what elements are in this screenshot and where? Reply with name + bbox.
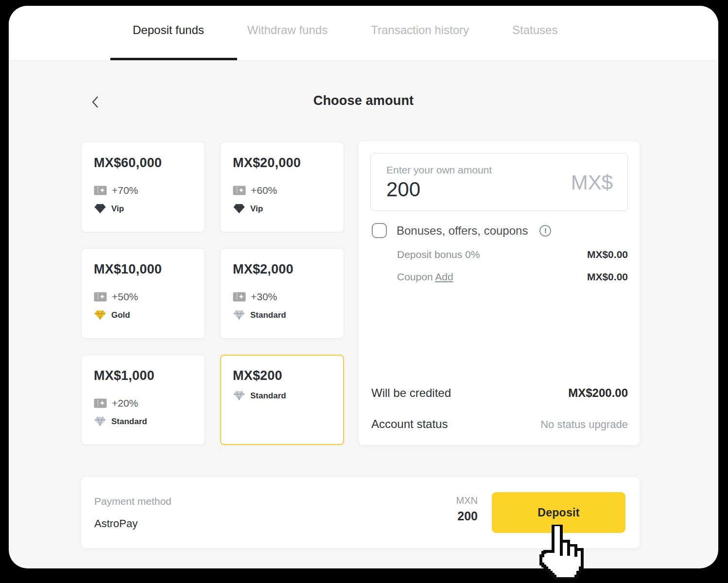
- amount-card[interactable]: MX$20,000 +60% Vip: [220, 142, 344, 232]
- card-status-label: Vip: [111, 204, 124, 214]
- coupon-label: Coupon Add: [397, 271, 453, 283]
- card-status-row: Standard: [233, 310, 334, 320]
- gem-icon: [94, 416, 106, 427]
- card-bonus-row: +20%: [94, 397, 195, 409]
- own-amount-currency: MX$: [571, 171, 613, 194]
- card-bonus-label: +50%: [112, 291, 138, 303]
- credited-value: MX$200.00: [568, 386, 628, 400]
- card-bonus-row: +70%: [94, 185, 195, 196]
- card-amount: MX$1,000: [94, 368, 195, 383]
- ticket-icon: [94, 398, 107, 408]
- tab-statuses[interactable]: Statuses: [512, 23, 557, 37]
- bonuses-checkbox[interactable]: [372, 223, 387, 238]
- card-status-label: Vip: [250, 204, 263, 214]
- coupon-add-link[interactable]: Add: [435, 271, 453, 282]
- deposit-bonus-label: Deposit bonus 0%: [397, 249, 480, 260]
- gem-icon: [233, 310, 245, 320]
- payment-method-label: Payment method: [94, 496, 172, 507]
- amount-card[interactable]: MX$1,000 +20% Standard: [81, 355, 205, 445]
- ticket-icon: [233, 292, 246, 302]
- card-bonus-row: +30%: [233, 291, 334, 303]
- tab-transaction-history[interactable]: Transaction history: [371, 23, 469, 37]
- card-bonus-label: +20%: [112, 397, 138, 409]
- amount-card[interactable]: MX$60,000 +70% Vip: [81, 142, 205, 232]
- ticket-icon: [94, 186, 107, 195]
- deposit-bonus-value: MX$0.00: [587, 249, 628, 260]
- gem-icon: [233, 391, 245, 401]
- card-amount: MX$2,000: [233, 262, 334, 277]
- gem-icon: [94, 310, 106, 320]
- account-status-row: Account status No status upgrade: [371, 417, 628, 431]
- card-status-label: Standard: [250, 310, 286, 320]
- card-amount: MX$10,000: [94, 262, 195, 277]
- amount-card[interactable]: MX$10,000 +50% Gold: [81, 248, 205, 339]
- card-bonus-row: +60%: [233, 185, 334, 196]
- card-status-row: Vip: [94, 204, 195, 214]
- payment-method-value[interactable]: AstroPay: [94, 517, 138, 530]
- info-icon[interactable]: !: [539, 225, 551, 237]
- card-amount: MX$20,000: [233, 155, 334, 171]
- payment-amount: 200: [456, 509, 478, 523]
- card-amount: MX$60,000: [94, 155, 195, 171]
- payment-currency: MXN: [456, 495, 478, 506]
- payment-bar: Payment method AstroPay MXN 200 Deposit: [81, 477, 640, 548]
- card-bonus-label: +70%: [112, 185, 138, 196]
- own-amount-field[interactable]: Enter your own amount MX$: [370, 153, 628, 211]
- amount-card-selected[interactable]: MX$200 Standard: [220, 355, 344, 445]
- bonuses-checkbox-label: Bonuses, offers, coupons: [397, 224, 528, 238]
- tab-deposit-funds[interactable]: Deposit funds: [133, 23, 204, 37]
- card-amount: MX$200: [233, 368, 334, 383]
- gem-icon: [94, 204, 106, 214]
- tab-withdraw-funds[interactable]: Withdraw funds: [247, 23, 328, 37]
- card-status-row: Standard: [233, 391, 334, 401]
- own-amount-input[interactable]: [386, 178, 522, 201]
- credited-label: Will be credited: [371, 386, 451, 400]
- amount-card[interactable]: MX$2,000 +30% Standard: [220, 248, 344, 339]
- ticket-icon: [233, 186, 246, 195]
- deposit-bonus-row: Deposit bonus 0% MX$0.00: [397, 249, 628, 260]
- credited-row: Will be credited MX$200.00: [371, 386, 628, 400]
- own-amount-label: Enter your own amount: [386, 164, 492, 176]
- deposit-button[interactable]: Deposit: [492, 492, 625, 533]
- tab-bar: Deposit funds Withdraw funds Transaction…: [133, 23, 557, 37]
- account-status-label: Account status: [371, 417, 448, 431]
- card-status-row: Gold: [94, 310, 195, 320]
- account-status-value: No status upgrade: [540, 418, 628, 431]
- amount-summary-panel: Enter your own amount MX$ Bonuses, offer…: [359, 141, 640, 445]
- bonuses-checkbox-row: Bonuses, offers, coupons !: [372, 223, 551, 238]
- payment-amount-block: MXN 200: [456, 495, 478, 523]
- card-status-row: Standard: [94, 416, 195, 427]
- coupon-value: MX$0.00: [587, 271, 628, 283]
- page-title: Choose amount: [9, 93, 718, 108]
- gem-icon: [233, 204, 245, 214]
- amount-card-grid: MX$60,000 +70% Vip MX$20,000 +60% Vip MX…: [81, 142, 344, 445]
- card-bonus-row: +50%: [94, 291, 195, 303]
- card-status-label: Standard: [111, 417, 147, 427]
- card-bonus-label: +60%: [251, 185, 277, 196]
- card-status-label: Gold: [111, 310, 130, 320]
- card-bonus-label: +30%: [251, 291, 277, 303]
- active-tab-underline: [110, 58, 237, 60]
- card-status-row: Vip: [233, 204, 334, 214]
- deposit-window: Deposit funds Withdraw funds Transaction…: [9, 6, 718, 568]
- coupon-label-text: Coupon: [397, 271, 433, 282]
- header: Deposit funds Withdraw funds Transaction…: [9, 6, 718, 61]
- ticket-icon: [94, 292, 107, 302]
- card-status-label: Standard: [250, 391, 286, 401]
- coupon-row: Coupon Add MX$0.00: [397, 271, 628, 283]
